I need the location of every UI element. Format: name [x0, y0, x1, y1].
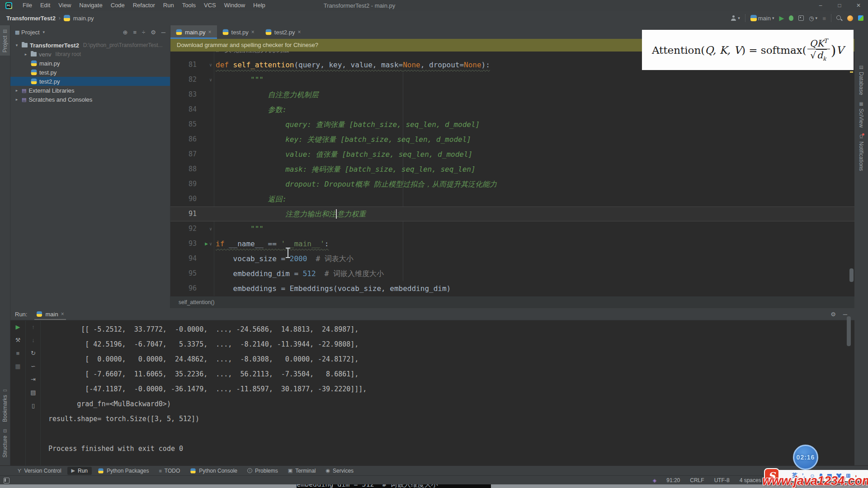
editor-scrollbar[interactable]: [849, 268, 854, 282]
stop-button[interactable]: ■: [16, 350, 20, 357]
rerun-button[interactable]: ▶: [16, 324, 20, 330]
tree-item-venv[interactable]: ▸venvlibrary root: [10, 50, 170, 59]
tree-item-main-py[interactable]: main.py: [10, 59, 170, 68]
stripe-tab-notifications[interactable]: ΩNotifications: [854, 131, 868, 174]
rerun-failed-button[interactable]: ↻: [31, 350, 36, 357]
toolwindow-problems[interactable]: !Problems: [243, 467, 282, 475]
toolwindow-terminal[interactable]: ▣Terminal: [284, 467, 320, 475]
code-line-85[interactable]: 85 query: 查询张量 [batch_size, seq_len, d_m…: [170, 117, 854, 132]
menu-help[interactable]: Help: [249, 0, 269, 11]
run-button[interactable]: ▶: [779, 14, 784, 22]
close-icon[interactable]: ×: [61, 311, 64, 317]
run-line-icon[interactable]: ▶: [205, 236, 208, 251]
status-line-ending[interactable]: CRLF: [690, 477, 704, 483]
update-button[interactable]: [847, 15, 853, 21]
code-line-89[interactable]: 89 dropout: Dropout概率 防止模型过拟合，从而提升其泛化能力: [170, 177, 854, 192]
fold-icon[interactable]: ∨: [209, 236, 212, 251]
profiler-button[interactable]: ◷▾: [809, 15, 817, 22]
chevron-icon[interactable]: ▸: [23, 52, 28, 56]
modify-run-config-button[interactable]: ⚒: [15, 337, 21, 343]
code-line-84[interactable]: 84 参数:: [170, 102, 854, 117]
tree-item-test2-py[interactable]: test2.py: [10, 77, 170, 86]
stripe-tab-database[interactable]: ▤Database: [854, 61, 868, 98]
tab-main-py[interactable]: main.py×: [170, 25, 217, 39]
toolwindow-version-control[interactable]: ϒVersion Control: [14, 467, 66, 475]
chevron-icon[interactable]: ▸: [14, 97, 19, 102]
hide-tool-windows-icon[interactable]: [4, 478, 9, 483]
code-line-82[interactable]: 82∨ """: [170, 72, 854, 87]
close-icon[interactable]: ×: [251, 29, 255, 35]
stripe-tab-project[interactable]: ▤Project: [0, 25, 10, 56]
fold-icon[interactable]: ∨: [209, 221, 212, 236]
menu-vcs[interactable]: VCS: [200, 0, 220, 11]
hide-icon[interactable]: ─: [843, 311, 847, 318]
status-caret-position[interactable]: 91:20: [666, 477, 680, 483]
code-area[interactable]: # 实现自注意力机制层 81∨def self_attention(query,…: [170, 52, 854, 296]
stripe-tab-sciview[interactable]: ▦SciView: [854, 98, 868, 131]
breadcrumb-file[interactable]: main.py: [73, 15, 94, 22]
scroll-to-end-button[interactable]: ⇥: [31, 376, 36, 383]
code-line-83[interactable]: 83 自注意力机制层: [170, 87, 854, 102]
ide-features-button[interactable]: [858, 15, 863, 21]
stop-button[interactable]: ■: [822, 15, 826, 22]
chevron-icon[interactable]: ▾: [14, 43, 19, 47]
toolwindow-run[interactable]: ▶Run: [67, 467, 92, 475]
code-line-96[interactable]: 96 embeddings = Embeddings(vocab_size, e…: [170, 281, 854, 296]
search-everywhere-button[interactable]: [836, 15, 842, 21]
close-button[interactable]: ✕: [849, 0, 868, 11]
clear-all-button[interactable]: ▯: [32, 402, 35, 409]
code-line-91[interactable]: 91 注意力输出和注意力权重: [170, 206, 854, 221]
tree-item-transformertest2[interactable]: ▾TransformerTest2D:\python_pro\Transform…: [10, 41, 170, 50]
hide-icon[interactable]: ─: [161, 29, 165, 36]
menu-run[interactable]: Run: [159, 0, 178, 11]
code-line-92[interactable]: 92∨ """: [170, 221, 854, 236]
stripe-tab-structure[interactable]: ⊟Structure: [0, 425, 10, 461]
collapse-all-icon[interactable]: ÷: [142, 29, 145, 36]
code-line-88[interactable]: 88 mask: 掩码张量 [batch_size, seq_len, seq_…: [170, 162, 854, 177]
run-console-output[interactable]: [[ -5.2512, 33.7772, -0.0000, ..., -24.5…: [42, 321, 841, 465]
settings-icon[interactable]: ⚙: [151, 29, 156, 36]
expand-collapse-icon[interactable]: ≡: [133, 29, 137, 36]
menu-edit[interactable]: Edit: [36, 0, 54, 11]
code-line-90[interactable]: 90 返回:: [170, 192, 854, 206]
code-line-87[interactable]: 87 value: 值张量 [batch_size, seq_len, d_mo…: [170, 147, 854, 162]
project-panel-title[interactable]: Project: [21, 29, 39, 36]
run-tab-main[interactable]: main ×: [34, 308, 66, 320]
toolwindow-python-packages[interactable]: Python Packages: [94, 467, 153, 475]
warning-stripe-mark[interactable]: [850, 71, 853, 73]
chevron-down-icon[interactable]: ▾: [43, 30, 45, 34]
tab-test2-py[interactable]: test2.py×: [260, 25, 307, 39]
coverage-button[interactable]: [798, 15, 804, 21]
console-scrollbar[interactable]: [847, 316, 851, 346]
locate-icon[interactable]: ⊕: [123, 29, 127, 36]
code-line-93[interactable]: 93▶∨if __name__ == '__main__':: [170, 236, 854, 251]
toolwindow-python-console[interactable]: Python Console: [186, 467, 241, 475]
menu-code[interactable]: Code: [107, 0, 129, 11]
fold-icon[interactable]: ∨: [209, 57, 212, 72]
editor-breadcrumb[interactable]: self_attention(): [179, 299, 214, 305]
tree-item-external-libraries[interactable]: ▸▤External Libraries: [10, 86, 170, 95]
menu-tools[interactable]: Tools: [178, 0, 200, 11]
breadcrumb-project[interactable]: TransformerTest2: [6, 15, 56, 22]
toolwindow-services[interactable]: ◉Services: [322, 467, 358, 475]
code-line-94[interactable]: 94 vocab_size = 2000 # 词表大小: [170, 251, 854, 266]
tree-item-scratches-and-consoles[interactable]: ▸▤Scratches and Consoles: [10, 95, 170, 104]
debug-button[interactable]: [789, 15, 793, 21]
tab-test-py[interactable]: test.py×: [217, 25, 260, 39]
restore-layout-button[interactable]: ▦: [15, 363, 20, 370]
menu-file[interactable]: File: [19, 0, 36, 11]
code-line-95[interactable]: 95 embedding_dim = 512 # 词嵌入维度大小: [170, 266, 854, 281]
stripe-tab-bookmarks[interactable]: ▭Bookmarks: [0, 385, 10, 425]
menu-view[interactable]: View: [54, 0, 75, 11]
code-line-86[interactable]: 86 key: 关键张量 [batch_size, seq_len, d_mod…: [170, 132, 854, 147]
maximize-button[interactable]: □: [830, 0, 849, 11]
print-button[interactable]: ▤: [30, 389, 36, 396]
close-icon[interactable]: ×: [297, 29, 301, 35]
run-config-selector[interactable]: main ▾: [750, 15, 774, 22]
menu-refactor[interactable]: Refactor: [129, 0, 159, 11]
tree-item-test-py[interactable]: test.py: [10, 68, 170, 77]
status-encoding[interactable]: UTF-8: [714, 477, 730, 483]
soft-wrap-button[interactable]: ∽: [31, 363, 36, 370]
status-indent-style[interactable]: 4 spaces: [740, 477, 761, 483]
fold-icon[interactable]: ∨: [209, 72, 212, 87]
